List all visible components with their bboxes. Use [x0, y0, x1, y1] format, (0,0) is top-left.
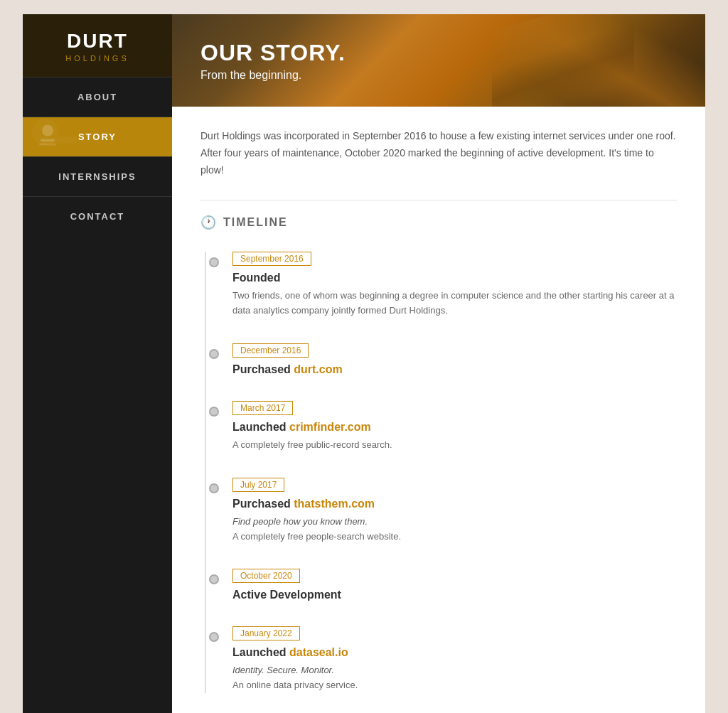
- svg-rect-1: [41, 139, 55, 141]
- durt-link[interactable]: durt.com: [294, 363, 342, 375]
- timeline-date: September 2016: [232, 252, 311, 266]
- timeline-date: December 2016: [232, 343, 309, 358]
- timeline-line: [205, 252, 206, 693]
- logo-tagline: HOLDINGS: [65, 54, 129, 63]
- sidebar-item-internships[interactable]: INTERNSHIPS: [23, 156, 172, 196]
- timeline-title: TIMELINE: [223, 216, 288, 229]
- timeline-dot: [209, 349, 219, 359]
- logo-area: DURT HOLDINGS: [23, 14, 172, 77]
- timeline-dot: [209, 483, 219, 493]
- sidebar-item-about[interactable]: ABOUT: [23, 77, 172, 117]
- svg-rect-2: [39, 143, 56, 145]
- hero-subtitle: From the beginning.: [200, 69, 677, 82]
- person-icon: [37, 122, 58, 152]
- timeline-event-title: Purchased durt.com: [232, 363, 677, 376]
- timeline-dot: [209, 632, 219, 642]
- sidebar-nav: ABOUT STORY INTERNSHIPS CONTACT: [23, 77, 172, 236]
- timeline-italic-description: Find people how you know them.: [232, 515, 677, 530]
- timeline-description: A completely free public-record search.: [232, 438, 677, 453]
- timeline-event-title: Launched dataseal.io: [232, 646, 677, 659]
- content-body: Durt Holdings was incorporated in Septem…: [172, 107, 705, 713]
- timeline-description: A completely free people-search website.: [232, 530, 677, 545]
- hero-banner: OUR STORY. From the beginning.: [172, 14, 705, 107]
- sidebar: DURT HOLDINGS ABOUT STORY INTERNSHIPS: [23, 14, 172, 713]
- timeline-description: Two friends, one of whom was beginning a…: [232, 289, 677, 318]
- crimfinder-link[interactable]: crimfinder.com: [289, 421, 371, 433]
- svg-point-0: [42, 124, 53, 136]
- timeline-event-title: Purchased thatsthem.com: [232, 498, 677, 510]
- intro-paragraph: Durt Holdings was incorporated in Septem…: [200, 128, 677, 178]
- timeline-item: October 2020 Active Development: [215, 569, 677, 601]
- timeline-item: September 2016 Founded Two friends, one …: [215, 252, 677, 318]
- timeline-dot: [209, 257, 219, 267]
- main-content: OUR STORY. From the beginning. Durt Hold…: [172, 14, 705, 713]
- thatsthem-link[interactable]: thatsthem.com: [294, 498, 375, 510]
- timeline-item: March 2017 Launched crimfinder.com A com…: [215, 401, 677, 453]
- timeline-item: December 2016 Purchased durt.com: [215, 343, 677, 376]
- timeline-dot: [209, 574, 219, 584]
- sidebar-item-contact[interactable]: CONTACT: [23, 196, 172, 236]
- timeline-date: January 2022: [232, 626, 300, 640]
- sidebar-item-story[interactable]: STORY: [23, 117, 172, 156]
- timeline-event-title: Launched crimfinder.com: [232, 421, 677, 434]
- timeline-date: March 2017: [232, 401, 293, 415]
- timeline-date: July 2017: [232, 478, 284, 492]
- clock-icon: 🕐: [200, 215, 216, 230]
- timeline-dot: [209, 407, 219, 417]
- timeline-event-title: Active Development: [232, 589, 677, 601]
- timeline-description: An online data privacy service.: [232, 678, 677, 693]
- timeline-item: January 2022 Launched dataseal.io Identi…: [215, 626, 677, 693]
- timeline-event-title: Founded: [232, 272, 677, 284]
- timeline-date: October 2020: [232, 569, 300, 583]
- timeline-italic-description: Identity. Secure. Monitor.: [232, 663, 677, 678]
- timeline-header: 🕐 TIMELINE: [200, 200, 677, 230]
- timeline-list: September 2016 Founded Two friends, one …: [200, 252, 677, 693]
- timeline-item: July 2017 Purchased thatsthem.com Find p…: [215, 478, 677, 545]
- dataseal-link[interactable]: dataseal.io: [289, 646, 348, 658]
- logo: DURT: [67, 31, 128, 51]
- hero-title: OUR STORY.: [200, 40, 677, 66]
